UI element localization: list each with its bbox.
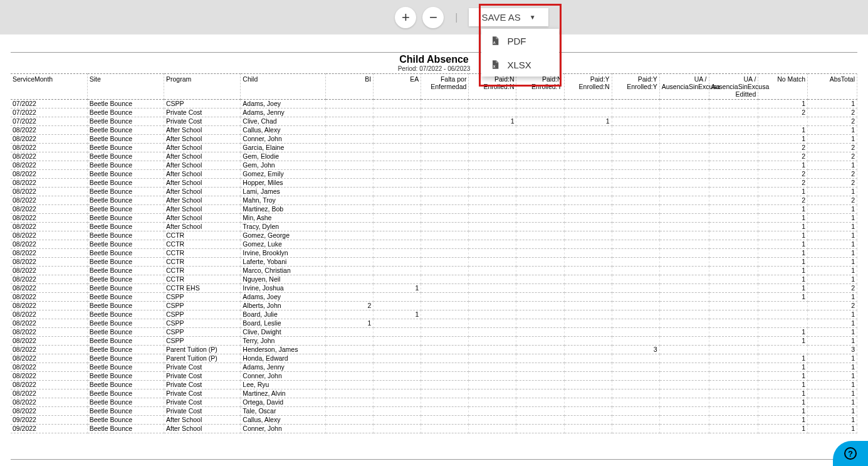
table-cell	[469, 398, 516, 407]
table-cell: 1	[758, 425, 808, 433]
table-cell	[421, 258, 469, 267]
table-cell: Adams, Jenny	[241, 109, 326, 117]
table-cell: 1	[808, 354, 857, 363]
table-cell	[374, 346, 421, 354]
table-cell	[469, 135, 516, 144]
table-cell	[421, 267, 469, 275]
table-cell	[516, 407, 564, 416]
table-cell	[516, 170, 564, 179]
table-cell: 1	[808, 258, 857, 267]
table-cell: 08/2022	[11, 284, 87, 293]
table-cell: 1	[758, 398, 808, 407]
table-cell	[421, 319, 469, 328]
table-cell: CSPP	[164, 302, 241, 310]
table-cell: 1	[469, 117, 516, 126]
table-cell: Gem, Elodie	[241, 152, 326, 161]
table-cell: Private Cost	[164, 398, 241, 407]
table-cell	[612, 231, 659, 240]
table-cell: 2	[758, 179, 808, 188]
table-cell	[469, 416, 516, 425]
dropdown-item-xlsx[interactable]: X XLSX	[481, 53, 559, 77]
table-cell	[709, 152, 758, 161]
table-cell	[709, 144, 758, 152]
table-cell: 1	[758, 407, 808, 416]
table-cell	[659, 214, 709, 223]
table-cell	[709, 389, 758, 398]
table-cell	[326, 389, 374, 398]
table-cell: 1	[758, 188, 808, 196]
table-cell	[709, 416, 758, 425]
save-as-button[interactable]: SAVE AS ▼	[469, 8, 548, 26]
table-cell	[659, 310, 709, 319]
table-cell	[612, 389, 659, 398]
table-row: 08/2022Beetle BouncePrivate CostMartinez…	[11, 389, 857, 398]
table-cell	[612, 284, 659, 293]
table-cell: 08/2022	[11, 126, 87, 135]
table-cell	[612, 214, 659, 223]
table-cell: 08/2022	[11, 170, 87, 179]
table-cell: 2	[808, 170, 857, 179]
table-cell: CCTR	[164, 275, 241, 284]
zoom-out-button[interactable]: −	[422, 7, 444, 28]
table-cell	[564, 354, 612, 363]
table-cell: 09/2022	[11, 416, 87, 425]
table-cell	[659, 346, 709, 354]
table-cell: 2	[808, 144, 857, 152]
save-as-dropdown: A PDF X XLSX	[481, 29, 559, 77]
table-cell: 1	[808, 275, 857, 284]
table-cell: 08/2022	[11, 240, 87, 249]
table-cell	[612, 310, 659, 319]
table-cell: After School	[164, 161, 241, 170]
table-cell	[326, 161, 374, 170]
table-cell	[709, 196, 758, 205]
table-cell	[564, 205, 612, 214]
table-cell	[421, 231, 469, 240]
table-cell	[516, 372, 564, 381]
dropdown-item-pdf[interactable]: A PDF	[481, 29, 559, 53]
table-cell: 08/2022	[11, 346, 87, 354]
table-cell	[612, 126, 659, 135]
table-cell	[516, 398, 564, 407]
table-cell	[612, 328, 659, 337]
table-cell	[421, 293, 469, 302]
help-icon: ?	[844, 447, 857, 460]
table-row: 07/2022Beetle BouncePrivate CostAdams, J…	[11, 109, 857, 117]
table-cell	[516, 100, 564, 109]
table-cell	[421, 284, 469, 293]
table-cell	[564, 284, 612, 293]
table-cell	[612, 188, 659, 196]
table-row: 08/2022Beetle BounceCSPPTerry, John11	[11, 337, 857, 346]
table-cell	[421, 161, 469, 170]
table-row: 08/2022Beetle BounceAfter SchoolLami, Ja…	[11, 188, 857, 196]
table-cell	[421, 214, 469, 223]
table-cell	[421, 372, 469, 381]
table-cell	[516, 302, 564, 310]
table-row: 08/2022Beetle BounceAfter SchoolMartinez…	[11, 205, 857, 214]
table-row: 08/2022Beetle BounceAfter SchoolGem, Elo…	[11, 152, 857, 161]
table-cell: 1	[758, 381, 808, 389]
table-cell	[709, 328, 758, 337]
svg-text:A: A	[493, 41, 495, 45]
table-cell	[421, 223, 469, 231]
table-cell: Private Cost	[164, 372, 241, 381]
table-cell	[374, 258, 421, 267]
table-cell	[564, 170, 612, 179]
table-cell	[326, 179, 374, 188]
table-cell: 1	[758, 249, 808, 258]
table-cell	[709, 354, 758, 363]
table-cell	[564, 337, 612, 346]
table-cell: Beetle Bounce	[87, 319, 164, 328]
table-cell	[374, 170, 421, 179]
table-cell: Beetle Bounce	[87, 398, 164, 407]
table-cell	[612, 240, 659, 249]
table-cell: 1	[758, 205, 808, 214]
table-cell: 08/2022	[11, 214, 87, 223]
table-cell	[564, 231, 612, 240]
table-cell: Beetle Bounce	[87, 275, 164, 284]
table-cell	[659, 196, 709, 205]
table-cell: Board, Leslie	[241, 319, 326, 328]
table-cell: Min, Ashe	[241, 214, 326, 223]
zoom-in-button[interactable]: +	[395, 7, 416, 28]
table-row: 08/2022Beetle BounceAfter SchoolGarcia, …	[11, 144, 857, 152]
table-cell	[709, 381, 758, 389]
